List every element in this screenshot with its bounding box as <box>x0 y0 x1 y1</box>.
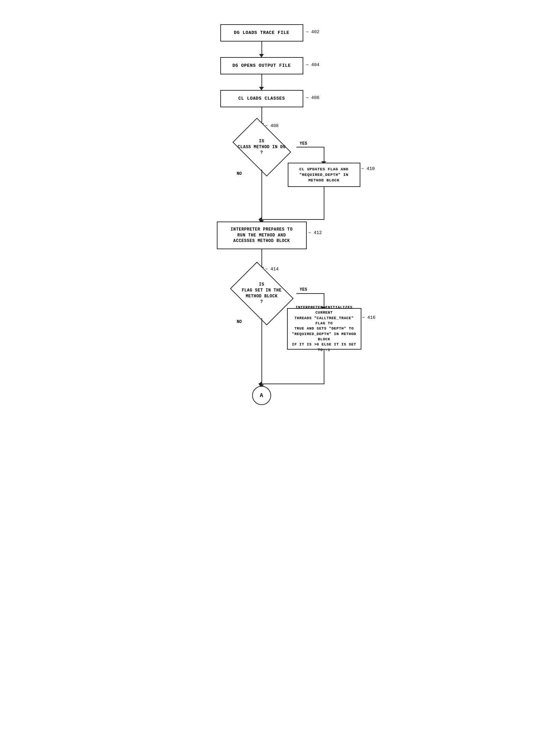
arrow-416-join-v <box>324 350 324 384</box>
ref-412: ~ 412 <box>308 230 322 235</box>
arrow-410-join-h <box>262 219 324 220</box>
no-label-414: NO <box>237 320 242 324</box>
diamond-408: ISCLASS METHOD IN DG? <box>227 125 296 170</box>
arrow-414-no <box>261 318 262 386</box>
arrow-408-no <box>261 170 262 222</box>
arrow-404-406 <box>261 74 262 88</box>
ref-414: ~ 414 <box>265 267 279 272</box>
box-406: CL LOADS CLASSES <box>220 90 303 107</box>
arrow-402-404 <box>261 42 262 55</box>
box-404: DG OPENS OUTPUT FILE <box>220 57 303 74</box>
box-412: INTERPRETER PREPARES TO RUN THE METHOD A… <box>217 222 307 249</box>
ref-408: ~ 408 <box>265 123 279 128</box>
ref-402: ~ 402 <box>306 29 320 35</box>
ref-406: ~ 406 <box>306 95 320 100</box>
flowchart-diagram: DG LOADS TRACE FILE ~ 402 DG OPENS OUTPU… <box>151 14 393 741</box>
yes-label-414: YES <box>300 287 307 292</box>
ref-410: ~ 410 <box>361 166 375 171</box>
ref-404: ~ 404 <box>306 62 320 68</box>
terminal-a: A <box>252 386 271 405</box>
arrow-414-yes-h <box>296 293 324 294</box>
yes-label-408: YES <box>300 141 307 146</box>
no-label-408: NO <box>237 171 242 176</box>
arrow-412-414 <box>261 249 262 268</box>
arrow-410-join-v <box>324 187 324 220</box>
diamond-414: ISFLAG SET IN THEMETHOD BLOCK? <box>227 268 296 318</box>
box-416: INTERPRETER INITIALIZES CURRENT THREADS … <box>287 308 361 350</box>
arrow-408-yes-h <box>296 147 324 147</box>
box-402: DG LOADS TRACE FILE <box>220 24 303 42</box>
arrow-408-yes-v <box>324 147 324 163</box>
box-410: CL UPDATES FLAG AND "REQUIRED_DEPTH" IN … <box>288 163 360 187</box>
arrow-416-join-h <box>262 384 324 384</box>
ref-416: ~ 416 <box>362 315 376 320</box>
